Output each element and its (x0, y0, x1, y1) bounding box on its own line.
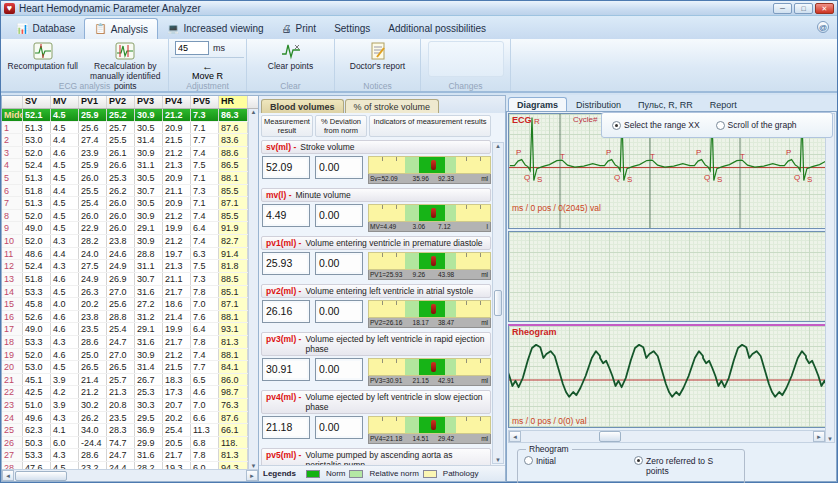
move-r-button[interactable]: ← Move R (171, 61, 244, 81)
deviation-value-field[interactable]: 0.00 (315, 156, 363, 179)
radio-select-range-icon[interactable] (612, 121, 621, 130)
tab-increased-viewing[interactable]: 💻 Increased viewing (158, 18, 273, 39)
tab-percent-stroke-volume[interactable]: % of stroke volume (345, 99, 440, 113)
tab-pulse-r-rr[interactable]: Пульс, R, RR (630, 98, 701, 111)
column-header-pv2[interactable]: PV2 (107, 96, 135, 108)
column-header-sv[interactable]: SV (23, 96, 51, 108)
maximize-button[interactable]: □ (794, 3, 813, 14)
table-row[interactable]: 2242.54.221.221.325.317.34.698.7 (2, 386, 258, 399)
gauge-bar (368, 252, 491, 270)
table-row[interactable]: 151.34.525.625.730.520.97.187.6 (2, 122, 258, 135)
scroll-graph-option[interactable]: Scroll of the graph (716, 120, 797, 130)
measurement-value-field[interactable]: 52.09 (262, 156, 310, 179)
ribbon-options-icon[interactable]: @ (817, 21, 829, 33)
tab-print[interactable]: 🖨 Print (273, 18, 326, 39)
scrollbar-thumb[interactable] (15, 471, 67, 481)
rheogram-chart[interactable]: Rheogram ms / 0 pos / 0(0) val (508, 324, 826, 428)
move-r-ms-input[interactable] (175, 41, 209, 55)
tab-additional-possibilities[interactable]: Additional possibilities (379, 18, 495, 39)
tab-distribution[interactable]: Distribution (568, 98, 629, 111)
scrollbar-thumb[interactable] (599, 431, 621, 442)
scroll-right-icon[interactable]: ► (813, 431, 825, 442)
close-button[interactable]: ✕ (815, 3, 834, 14)
scroll-up-icon[interactable]: ▲ (495, 143, 501, 149)
doctors-report-button[interactable]: Doctor's report (342, 41, 414, 72)
table-row[interactable]: 253.04.427.425.531.421.57.783.6 (2, 134, 258, 147)
measurement-value-field[interactable]: 30.91 (262, 358, 310, 381)
radio-zero-icon[interactable] (634, 456, 643, 465)
table-vertical-scrollbar[interactable]: ▲ ▼ (248, 109, 258, 469)
tab-settings[interactable]: Settings (325, 18, 379, 39)
tab-analysis[interactable]: 📋 Analysis (84, 18, 158, 39)
deviation-value-field[interactable]: 0.00 (315, 204, 363, 227)
measurement-value-field[interactable]: 26.16 (262, 300, 310, 323)
minimize-button[interactable]: ─ (773, 3, 792, 14)
table-row[interactable]: 1453.34.526.327.031.621.77.885.1 (2, 286, 258, 299)
tab-diagrams[interactable]: Diagrams (508, 97, 567, 111)
table-row[interactable]: Middle.52.14.525.925.230.921.27.386.3 (2, 109, 258, 122)
table-row[interactable]: 352.04.623.926.130.921.27.488.6 (2, 147, 258, 160)
table-horizontal-scrollbar[interactable]: ◄ ► (2, 469, 258, 481)
table-row[interactable]: 452.44.525.926.631.121.37.586.5 (2, 159, 258, 172)
tab-report[interactable]: Report (702, 98, 745, 111)
radio-initial-icon[interactable] (524, 456, 533, 465)
table-row[interactable]: 2847.64.523.224.428.219.36.094.3 (2, 462, 258, 469)
tab-blood-volumes[interactable]: Blood volumes (261, 99, 344, 113)
table-row[interactable]: 751.34.525.426.030.520.97.187.1 (2, 197, 258, 210)
changes-placeholder-button[interactable] (428, 41, 504, 77)
table-row[interactable]: 1749.04.623.525.429.119.96.493.1 (2, 323, 258, 336)
range-detail-chart[interactable] (508, 231, 826, 322)
column-header-hr[interactable]: HR (219, 96, 248, 108)
scroll-down-icon[interactable]: ▼ (827, 436, 833, 442)
deviation-value-field[interactable]: 0.00 (315, 416, 363, 439)
column-header-mv[interactable]: MV (51, 96, 79, 108)
scrollbar-thumb[interactable] (494, 290, 502, 316)
table-row[interactable]: 1351.84.624.926.930.721.17.388.5 (2, 273, 258, 286)
column-header-pv5[interactable]: PV5 (191, 96, 219, 108)
deviation-value-field[interactable]: 0.00 (315, 358, 363, 381)
recomputation-full-button[interactable]: Recomputation full (3, 41, 83, 72)
measurement-value-field[interactable]: 25.93 (262, 252, 310, 275)
table-row[interactable]: 1853.34.328.624.731.621.77.881.3 (2, 336, 258, 349)
rheo-initial-option[interactable]: Initial (524, 456, 620, 476)
diagrams-vertical-scrollbar[interactable]: ▲ ▼ (825, 113, 835, 443)
table-row[interactable]: 651.84.425.526.230.721.17.385.5 (2, 185, 258, 198)
select-range-option[interactable]: Select the range XX (612, 120, 700, 130)
table-row[interactable]: 1148.64.424.024.628.819.76.391.4 (2, 248, 258, 261)
table-row[interactable]: 2753.34.328.624.731.621.77.881.3 (2, 449, 258, 462)
table-row[interactable]: 1952.04.625.027.030.921.27.488.1 (2, 349, 258, 362)
scroll-down-icon[interactable]: ▼ (251, 463, 257, 469)
table-row[interactable]: 2650.36.0-24.474.729.920.56.8118. (2, 437, 258, 450)
deviation-value-field[interactable]: 0.00 (315, 300, 363, 323)
tab-database[interactable]: 📊 Database (7, 18, 84, 39)
measurement-value-field[interactable]: 21.18 (262, 416, 310, 439)
scroll-down-icon[interactable]: ▼ (495, 457, 501, 463)
table-row[interactable]: 949.04.522.926.029.119.96.491.9 (2, 222, 258, 235)
table-row[interactable]: 1652.64.623.828.831.221.47.688.1 (2, 311, 258, 324)
diagrams-horizontal-scrollbar[interactable]: ◄ ► (508, 430, 826, 443)
rheo-zero-option[interactable]: Zero referred to S points (634, 456, 730, 476)
measurement-value-field[interactable]: 4.49 (262, 204, 310, 227)
scroll-left-icon[interactable]: ◄ (2, 470, 14, 481)
table-row[interactable]: 1545.84.020.225.627.218.67.087.1 (2, 298, 258, 311)
table-row[interactable]: 2145.13.921.425.726.718.36.586.0 (2, 374, 258, 387)
table-row[interactable]: 1252.44.327.524.931.121.37.581.8 (2, 260, 258, 273)
table-row[interactable]: 551.34.526.025.330.520.97.188.1 (2, 172, 258, 185)
table-row[interactable]: 2562.34.134.028.336.925.411.366.1 (2, 424, 258, 437)
scroll-left-icon[interactable]: ◄ (509, 431, 521, 442)
table-row[interactable]: 1052.04.328.223.830.921.27.482.7 (2, 235, 258, 248)
volumes-vertical-scrollbar[interactable]: ▲ ▼ (492, 142, 504, 464)
scroll-up-icon[interactable]: ▲ (251, 109, 257, 115)
scroll-right-icon[interactable]: ► (246, 470, 258, 481)
radio-scroll-graph-icon[interactable] (716, 121, 725, 130)
deviation-value-field[interactable]: 0.00 (315, 252, 363, 275)
cell-pv5: 7.1 (191, 122, 219, 134)
column-header-pv4[interactable]: PV4 (163, 96, 191, 108)
table-row[interactable]: 2449.64.326.223.529.520.26.687.6 (2, 412, 258, 425)
table-row[interactable]: 852.04.526.026.030.921.27.485.5 (2, 210, 258, 223)
column-header-pv3[interactable]: PV3 (135, 96, 163, 108)
table-row[interactable]: 2053.04.526.526.531.421.57.784.1 (2, 361, 258, 374)
table-row[interactable]: 2351.03.930.220.830.320.77.076.3 (2, 399, 258, 412)
clear-points-button[interactable]: Clear points (256, 41, 326, 72)
column-header-pv1[interactable]: PV1 (79, 96, 107, 108)
